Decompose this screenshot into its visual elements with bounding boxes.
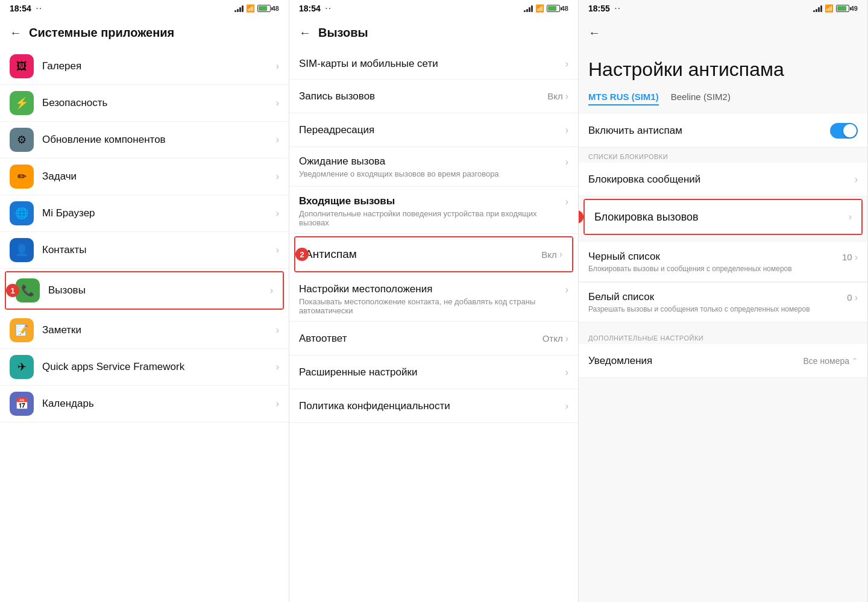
list-item-update[interactable]: ⚙ Обновление компонентов › <box>0 122 289 158</box>
whitelist-item[interactable]: Белый список Разрешать вызовы и сообщени… <box>579 282 867 322</box>
signal-icon-2 <box>524 5 533 12</box>
list-item-antispam[interactable]: Антиспам Вкл › <box>295 237 572 271</box>
waiting-label: Ожидание вызова <box>299 155 565 168</box>
notifications-value: Все номера <box>803 356 849 366</box>
time-2: 18:54 <box>299 4 321 13</box>
chevron-browser: › <box>276 208 279 219</box>
page-title-1: Системные приложения <box>29 26 174 40</box>
tasks-icon: ✏ <box>10 165 34 189</box>
list-item-notes[interactable]: 📝 Заметки › <box>0 312 289 349</box>
calendar-icon: 📅 <box>10 392 34 416</box>
status-bar-3: 18:55 ·· 📶 49 <box>579 0 867 17</box>
signal-icon-3 <box>813 5 822 12</box>
list-item-forward[interactable]: Переадресация › <box>289 113 578 147</box>
chevron-notes: › <box>276 325 279 336</box>
list-item-gallery[interactable]: 🖼 Галерея › <box>0 48 289 85</box>
status-icons-1: 📶 48 <box>234 4 279 13</box>
list-item-privacy[interactable]: Политика конфиденциальности › <box>289 389 578 423</box>
battery-3: 49 <box>836 5 858 12</box>
message-blocking-label: Блокировка сообщений <box>588 174 855 186</box>
antispam-value: Вкл <box>541 249 557 260</box>
forward-label: Переадресация <box>299 124 565 136</box>
dots-3: ·· <box>615 4 621 13</box>
dots-2: ·· <box>326 4 332 13</box>
list-item-calls[interactable]: 📞 Вызовы › <box>6 272 283 309</box>
tasks-label: Задачи <box>42 171 276 183</box>
wifi-icon-1: 📶 <box>246 4 255 13</box>
chevron-waiting: › <box>565 155 568 168</box>
panel-system-apps: 18:54 ·· 📶 48 ← Системные приложения 🖼 Г… <box>0 0 289 602</box>
call-blocking-item[interactable]: Блокировка вызовов › <box>585 200 861 234</box>
calls-highlight-box: 📞 Вызовы › <box>5 271 284 310</box>
section-extra: ДОПОЛНИТЕЛЬНЫЕ НАСТРОЙКИ <box>579 330 867 344</box>
list-item-advanced[interactable]: Расширенные настройки › <box>289 356 578 389</box>
incoming-label: Входящие вызовы <box>299 195 565 207</box>
header-3: ← <box>579 17 867 48</box>
message-blocking-item[interactable]: Блокировка сообщений › <box>579 163 867 196</box>
apps-list: 🖼 Галерея › ⚡ Безопасность › ⚙ Обновлени… <box>0 48 289 602</box>
quickapps-label: Quick apps Service Framework <box>42 361 276 373</box>
panel-calls: 18:54 ·· 📶 48 ← Вызовы SIM-карты и мобил… <box>289 0 579 602</box>
list-item-browser[interactable]: 🌐 Mi Браузер › <box>0 195 289 232</box>
enable-antispam-label: Включить антиспам <box>588 125 830 137</box>
whitelist-count: 0 <box>847 291 852 303</box>
whitelist-label: Белый список <box>588 291 847 303</box>
waiting-subtitle: Уведомление о входящих вызовов во время … <box>299 169 565 178</box>
antispam-content: Включить антиспам СПИСКИ БЛОКИРОВКИ Блок… <box>579 114 867 602</box>
blacklist-item[interactable]: Черный список Блокировать вызовы и сообщ… <box>579 242 867 282</box>
list-item-tasks[interactable]: ✏ Задачи › <box>0 158 289 195</box>
call-blocking-label: Блокировка вызовов <box>594 211 849 224</box>
chevron-advanced: › <box>565 367 568 378</box>
chevron-sim: › <box>565 58 568 69</box>
list-item-record[interactable]: Запись вызовов Вкл › <box>289 80 578 113</box>
list-item-waiting[interactable]: Ожидание вызова Уведомление о входящих в… <box>289 147 578 187</box>
back-button-2[interactable]: ← <box>294 24 316 42</box>
sim-tab-2[interactable]: Beeline (SIM2) <box>671 92 731 105</box>
autoanswer-label: Автоответ <box>299 333 542 345</box>
enable-antispam-item[interactable]: Включить антиспам <box>579 114 867 148</box>
update-label: Обновление компонентов <box>42 134 276 146</box>
chevron-location: › <box>565 283 568 295</box>
notifications-item[interactable]: Уведомления Все номера ⌃ <box>579 344 867 378</box>
back-button-1[interactable]: ← <box>5 24 27 42</box>
status-bar-1: 18:54 ·· 📶 48 <box>0 0 289 17</box>
chevron-update: › <box>276 134 279 145</box>
incoming-subtitle: Дополнительные настройки поведения устро… <box>299 209 565 227</box>
chevron-gallery: › <box>276 61 279 72</box>
status-icons-2: 📶 48 <box>524 4 568 13</box>
list-item-quickapps[interactable]: ✈ Quick apps Service Framework › <box>0 349 289 386</box>
sim-tab-1[interactable]: MTS RUS (SIM1) <box>588 92 659 105</box>
location-label: Настройки местоположения <box>299 283 565 295</box>
list-item-incoming[interactable]: Входящие вызовы Дополнительные настройки… <box>289 187 578 234</box>
location-subtitle: Показывать местоположение контакта, не д… <box>299 297 565 315</box>
call-blocking-wrapper: Блокировка вызовов › 3 <box>579 199 867 235</box>
notes-icon: 📝 <box>10 318 34 342</box>
list-item-contacts[interactable]: 👤 Контакты › <box>0 232 289 269</box>
record-value: Вкл <box>547 91 563 101</box>
blacklist-text: Черный список Блокировать вызовы и сообщ… <box>588 251 842 273</box>
list-item-calendar[interactable]: 📅 Календарь › <box>0 386 289 422</box>
chevron-whitelist: › <box>855 291 858 303</box>
list-item-sim[interactable]: SIM-карты и мобильные сети › <box>289 48 578 80</box>
antispam-toggle[interactable] <box>830 123 858 139</box>
signal-icon-1 <box>234 5 244 12</box>
calls-icon: 📞 <box>16 278 40 303</box>
dots-1: ·· <box>36 4 43 13</box>
contacts-icon: 👤 <box>10 238 34 262</box>
battery-2: 48 <box>547 5 568 12</box>
battery-1: 48 <box>257 5 279 12</box>
section-blocklists: СПИСКИ БЛОКИРОВКИ <box>579 148 867 163</box>
chevron-security: › <box>276 98 279 108</box>
quickapps-icon: ✈ <box>10 355 34 379</box>
header-1: ← Системные приложения <box>0 17 289 48</box>
chevron-quickapps: › <box>276 362 279 372</box>
list-item-autoanswer[interactable]: Автоответ Откл › <box>289 322 578 356</box>
badge-3: 3 <box>579 210 583 224</box>
list-item-location[interactable]: Настройки местоположения Показывать мест… <box>289 275 578 322</box>
chevron-contacts: › <box>276 245 279 256</box>
list-item-security[interactable]: ⚡ Безопасность › <box>0 85 289 122</box>
record-label: Запись вызовов <box>299 90 547 102</box>
whitelist-text: Белый список Разрешать вызовы и сообщени… <box>588 291 847 313</box>
update-icon: ⚙ <box>10 128 34 152</box>
back-button-3[interactable]: ← <box>583 24 605 42</box>
